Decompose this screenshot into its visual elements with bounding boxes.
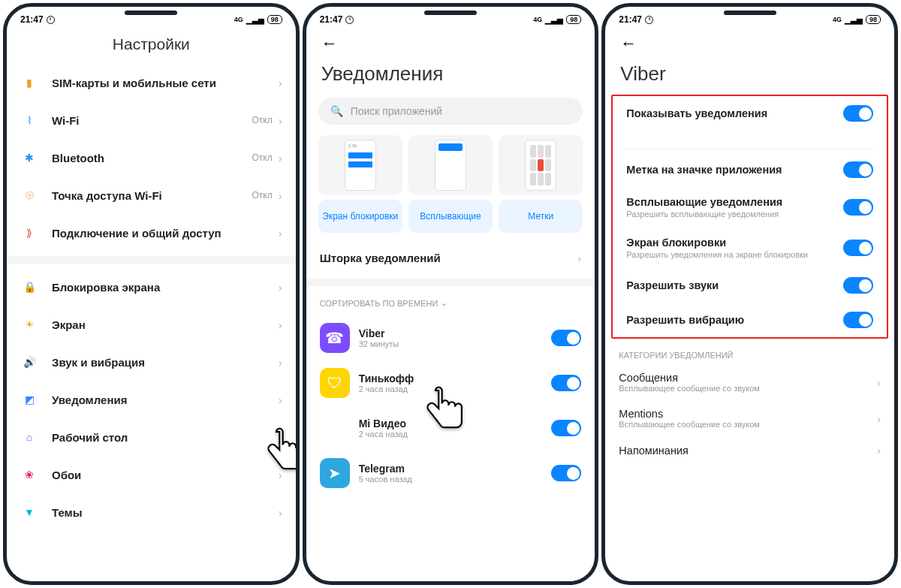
toggle-switch[interactable] <box>843 240 873 256</box>
row-status: Откл <box>252 152 272 163</box>
row-status: Откл <box>252 190 272 201</box>
divider <box>306 279 595 286</box>
page-title: Уведомления <box>306 59 595 95</box>
setting-toggle-row[interactable]: Метка на значке приложения <box>613 152 887 187</box>
category-row[interactable]: Напоминания › <box>605 436 894 464</box>
setting-toggle-row[interactable]: Показывать уведомления <box>613 96 887 131</box>
divider <box>7 256 296 264</box>
toggle-switch[interactable] <box>843 312 873 328</box>
chevron-right-icon: › <box>877 376 881 389</box>
settings-row[interactable]: ✱ Bluetooth Откл › <box>7 139 296 176</box>
toggle-subtitle: Разрешить всплывающие уведомления <box>626 210 843 219</box>
row-label: Wi-Fi <box>52 114 252 127</box>
chevron-right-icon: › <box>279 318 282 331</box>
page-title: Viber <box>605 59 894 95</box>
settings-row[interactable]: ◩ Уведомления › <box>7 381 296 418</box>
toggle-label: Метка на значке приложения <box>626 164 843 176</box>
sort-header[interactable]: СОРТИРОВАТЬ ПО ВРЕМЕНИ ⌄ <box>306 291 595 315</box>
category-row[interactable]: Сообщения Всплывающее сообщение со звуко… <box>605 364 894 400</box>
row-icon: ❀ <box>20 466 38 484</box>
row-icon: 🔒 <box>20 278 38 296</box>
settings-row[interactable]: ⦾ Точка доступа Wi-Fi Откл › <box>7 176 296 214</box>
row-icon: ▼ <box>20 503 38 521</box>
settings-row[interactable]: ⌇ Wi-Fi Откл › <box>7 101 296 139</box>
chevron-right-icon: › <box>279 152 282 164</box>
highlighted-section: Показывать уведомления Метка на значке п… <box>611 95 888 339</box>
row-icon: ◩ <box>20 390 38 409</box>
battery-icon: 98 <box>866 15 881 24</box>
toggle-subtitle: Разрешить уведомления на экране блокиров… <box>626 250 843 259</box>
app-subtitle: 2 часа назад <box>359 384 552 394</box>
app-row[interactable]: ▶ Mi Видео 2 часа назад <box>306 406 595 451</box>
app-subtitle: 2 часа назад <box>359 430 552 439</box>
app-row[interactable]: 🛡 Тинькофф 2 часа назад <box>306 360 595 406</box>
settings-row[interactable]: ▮ SIM-карты и мобильные сети › <box>7 64 296 101</box>
settings-row[interactable]: ▼ Темы › <box>7 493 296 531</box>
settings-row[interactable]: 🔊 Звук и вибрация › <box>7 343 296 381</box>
setting-toggle-row[interactable]: Разрешить вибрацию <box>613 303 887 337</box>
app-row[interactable]: ➤ Telegram 5 часов назад <box>306 451 595 496</box>
back-button[interactable]: ← <box>605 28 894 59</box>
app-subtitle: 32 минуты <box>359 339 552 348</box>
toggle-switch[interactable] <box>843 161 873 178</box>
settings-row[interactable]: ❀ Обои › <box>7 456 296 493</box>
app-name: Тинькофф <box>359 372 552 384</box>
page-title: Настройки <box>7 28 296 64</box>
category-label: Сообщения <box>619 372 877 384</box>
settings-row[interactable]: 🔒 Блокировка экрана › <box>7 268 296 306</box>
chevron-right-icon: › <box>279 431 282 444</box>
category-subtitle: Всплывающее сообщение со звуком <box>619 384 877 393</box>
status-bar: 21:47 4G▁▃▅98 <box>7 7 296 28</box>
signal-icon: 4G <box>234 16 243 23</box>
alarm-icon <box>47 16 55 24</box>
row-icon: ⟫ <box>20 224 38 242</box>
toggle-switch[interactable] <box>843 199 873 216</box>
app-name: Viber <box>359 327 552 339</box>
row-label: SIM-карты и мобильные сети <box>52 77 279 89</box>
phone-viber: 21:47 4G▁▃▅98 ← Viber Показывать уведомл… <box>601 3 898 585</box>
toggle-label: Разрешить вибрацию <box>626 314 843 326</box>
signal-bars: ▁▃▅ <box>246 16 264 24</box>
back-arrow-icon: ← <box>321 34 338 53</box>
chevron-right-icon: › <box>279 506 282 519</box>
setting-toggle-row[interactable]: Всплывающие уведомления Разрешить всплыв… <box>613 187 887 228</box>
settings-row[interactable]: ⟫ Подключение и общий доступ › <box>7 214 296 252</box>
row-icon: ⦾ <box>20 186 38 204</box>
settings-row[interactable]: ☀ Экран › <box>7 306 296 343</box>
search-placeholder: Поиск приложений <box>351 105 442 117</box>
toggle-label: Показывать уведомления <box>626 107 843 119</box>
notification-shade-row[interactable]: Шторка уведомлений › <box>306 242 595 274</box>
chevron-right-icon: › <box>279 356 282 369</box>
back-arrow-icon: ← <box>620 34 637 53</box>
search-icon: 🔍 <box>330 105 343 117</box>
back-button[interactable]: ← <box>306 28 595 59</box>
settings-row[interactable]: ⌂ Рабочий стол › <box>7 418 296 456</box>
setting-toggle-row[interactable]: Разрешить звуки <box>613 268 887 303</box>
app-subtitle: 5 часов назад <box>359 475 552 484</box>
toggle-switch[interactable] <box>551 330 581 346</box>
row-label: Рабочий стол <box>52 431 279 444</box>
toggle-switch[interactable] <box>551 375 581 391</box>
toggle-switch[interactable] <box>843 277 873 294</box>
type-floating[interactable]: Всплывающие <box>408 135 493 233</box>
toggle-switch[interactable] <box>843 105 873 122</box>
signal-icon: 4G <box>533 16 542 23</box>
type-badge[interactable]: Метки <box>499 135 583 233</box>
type-lockscreen[interactable]: Экран блокировки <box>318 135 402 233</box>
notification-types: Экран блокировки Всплывающие Метки <box>306 135 595 233</box>
signal-icon: 4G <box>833 16 842 23</box>
search-input[interactable]: 🔍 Поиск приложений <box>318 98 583 125</box>
app-row[interactable]: ☎ Viber 32 минуты <box>306 315 595 360</box>
toggle-label: Экран блокировки <box>626 237 843 249</box>
status-bar: 21:47 4G▁▃▅98 <box>306 7 595 28</box>
app-icon: ☎ <box>320 323 350 353</box>
chevron-right-icon: › <box>279 77 282 89</box>
toggle-switch[interactable] <box>551 465 581 481</box>
setting-toggle-row[interactable]: Экран блокировки Разрешить уведомления н… <box>613 228 887 268</box>
toggle-switch[interactable] <box>551 420 581 436</box>
category-subtitle: Всплывающее сообщение со звуком <box>619 420 877 429</box>
row-label: Блокировка экрана <box>52 281 279 294</box>
category-row[interactable]: Mentions Всплывающее сообщение со звуком… <box>605 400 894 436</box>
chevron-right-icon: › <box>279 281 282 294</box>
row-label: Темы <box>52 506 279 519</box>
